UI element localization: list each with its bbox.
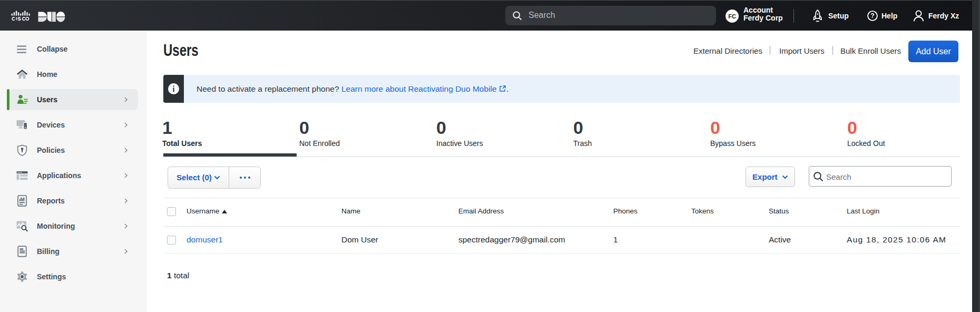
svg-text:FC: FC bbox=[728, 13, 736, 19]
svg-text:?: ? bbox=[870, 12, 874, 19]
